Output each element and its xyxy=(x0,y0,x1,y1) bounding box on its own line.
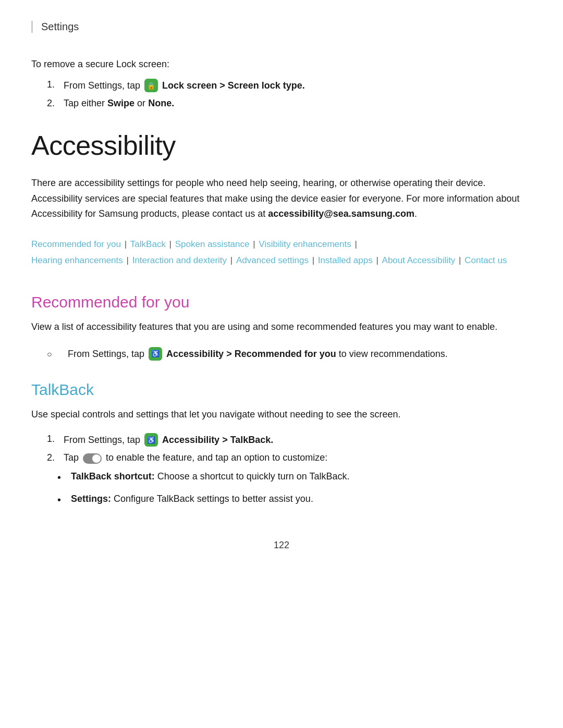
lock-screen-icon: 🔒 xyxy=(144,79,158,92)
accessibility-icon-2: ♿ xyxy=(144,433,158,447)
intro-step-1-text: From Settings, tap 🔒 Lock screen > Scree… xyxy=(64,79,305,93)
intro-text: To remove a secure Lock screen: xyxy=(31,59,532,70)
nav-link-hearing[interactable]: Hearing enhancements xyxy=(31,255,123,265)
description-text: There are accessibility settings for peo… xyxy=(31,176,532,222)
nav-links: Recommended for you | TalkBack | Spoken … xyxy=(31,237,532,268)
talkback-subbullets: TalkBack shortcut: Choose a shortcut to … xyxy=(57,469,532,509)
recommended-item-1-text: From Settings, tap ♿ Accessibility > Rec… xyxy=(68,347,448,362)
recommended-list: From Settings, tap ♿ Accessibility > Rec… xyxy=(47,347,532,362)
page-number: 122 xyxy=(31,540,532,551)
talkback-bullet-shortcut-text: TalkBack shortcut: Choose a shortcut to … xyxy=(71,469,350,485)
toggle-switch-icon xyxy=(83,453,102,464)
page-title: Accessibility xyxy=(31,130,532,161)
nav-link-advanced[interactable]: Advanced settings xyxy=(236,255,309,265)
intro-step-1: From Settings, tap 🔒 Lock screen > Scree… xyxy=(47,79,532,93)
email-link[interactable]: accessibility@sea.samsung.com xyxy=(268,208,414,219)
section-body-recommended: View a list of accessibility features th… xyxy=(31,319,532,335)
talkback-step-2-text: Tap to enable the feature, and tap an op… xyxy=(64,452,327,463)
section-heading-talkback: TalkBack xyxy=(31,381,532,399)
talkback-step-1-text: From Settings, tap ♿ Accessibility > Tal… xyxy=(64,434,273,447)
section-heading-recommended: Recommended for you xyxy=(31,293,532,311)
intro-step-2-text: Tap either Swipe or None. xyxy=(64,98,174,109)
section-recommended: Recommended for you View a list of acces… xyxy=(31,293,532,362)
nav-link-interaction[interactable]: Interaction and dexterity xyxy=(132,255,227,265)
nav-link-visibility[interactable]: Visibility enhancements xyxy=(259,239,351,249)
nav-link-contact[interactable]: Contact us xyxy=(464,255,507,265)
talkback-steps: From Settings, tap ♿ Accessibility > Tal… xyxy=(47,434,532,463)
talkback-step-1: From Settings, tap ♿ Accessibility > Tal… xyxy=(47,434,532,447)
nav-link-recommended[interactable]: Recommended for you xyxy=(31,239,121,249)
intro-section: To remove a secure Lock screen: From Set… xyxy=(31,59,532,109)
accessibility-icon-1: ♿ xyxy=(149,347,162,361)
talkback-bullet-shortcut: TalkBack shortcut: Choose a shortcut to … xyxy=(57,469,532,486)
recommended-item-1: From Settings, tap ♿ Accessibility > Rec… xyxy=(47,347,532,362)
talkback-step-2: Tap to enable the feature, and tap an op… xyxy=(47,452,532,463)
nav-link-spoken[interactable]: Spoken assistance xyxy=(175,239,250,249)
nav-link-about[interactable]: About Accessibility xyxy=(382,255,456,265)
intro-step-2: Tap either Swipe or None. xyxy=(47,98,532,109)
intro-steps: From Settings, tap 🔒 Lock screen > Scree… xyxy=(47,79,532,109)
talkback-bullet-settings-text: Settings: Configure TalkBack settings to… xyxy=(71,491,313,507)
header-bar: Settings xyxy=(31,21,532,33)
talkback-bullet-settings: Settings: Configure TalkBack settings to… xyxy=(57,491,532,509)
section-talkback: TalkBack Use special controls and settin… xyxy=(31,381,532,509)
nav-link-installed[interactable]: Installed apps xyxy=(318,255,373,265)
header-title: Settings xyxy=(41,21,79,32)
nav-link-talkback[interactable]: TalkBack xyxy=(130,239,166,249)
section-body-talkback: Use special controls and settings that l… xyxy=(31,407,532,423)
